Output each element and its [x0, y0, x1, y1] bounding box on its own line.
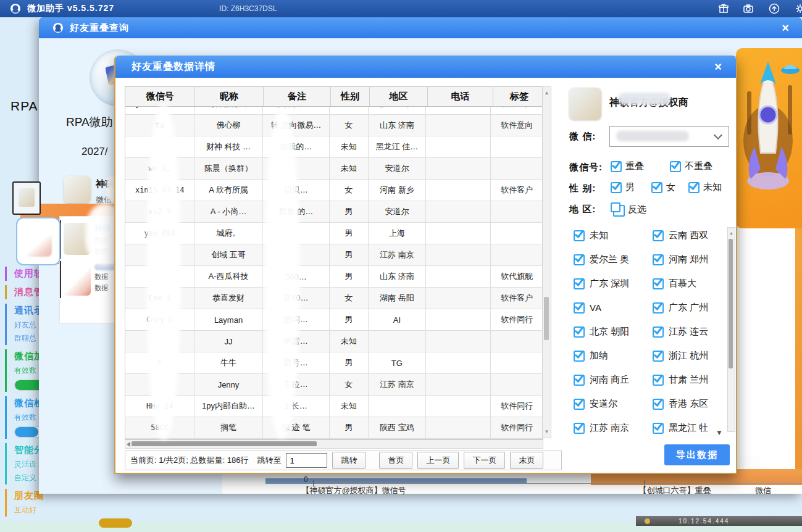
checkbox-icon[interactable] — [653, 423, 664, 434]
checkbox-icon[interactable] — [653, 326, 664, 338]
checkbox-icon[interactable] — [611, 161, 622, 172]
region-checkbox[interactable]: 安道尔 — [574, 392, 653, 416]
region-scroll-thumb[interactable] — [729, 239, 733, 368]
hscroll-thumb[interactable] — [132, 441, 317, 446]
region-checkbox[interactable]: VA — [574, 296, 653, 320]
table-row[interactable]: 财神 科技 …加我的…未知黑龙江 佳… — [125, 136, 543, 158]
table-row[interactable]: 创域 五哥男江苏 南京 — [125, 244, 543, 266]
camera-icon[interactable] — [743, 3, 754, 14]
account-tab-selected[interactable] — [12, 181, 41, 215]
checkbox-icon[interactable] — [653, 375, 664, 386]
scroll-up-icon[interactable]: ▲ — [543, 89, 551, 98]
invert-selection-label[interactable]: 反选 — [628, 204, 646, 215]
checkbox-icon[interactable] — [574, 399, 585, 410]
overlap-detail-titlebar[interactable]: 好友重叠数据详情 × — [115, 56, 736, 78]
table-row[interactable]: JJ的需…未知 — [125, 331, 543, 352]
export-data-button[interactable]: 导出数据 — [664, 444, 730, 465]
region-checkbox[interactable]: 广东 深圳 — [574, 272, 653, 296]
table-row[interactable]: 58CC搁笔惊 迹 笔男陕西 宝鸡软件同行 — [125, 417, 543, 439]
checkbox-icon[interactable] — [574, 326, 585, 338]
table-row[interactable]: A-西瓜科技500…男山东 济南软代旗舰 — [125, 266, 543, 288]
region-checkbox[interactable]: 加纳 — [574, 344, 653, 368]
checkbox-icon[interactable] — [653, 351, 664, 362]
checkbox-icon[interactable] — [670, 161, 681, 172]
vscroll-thumb[interactable] — [544, 297, 549, 340]
col-header-region[interactable]: 地区 — [370, 87, 428, 106]
checkbox-icon[interactable] — [574, 278, 585, 289]
checkbox-icon[interactable] — [653, 254, 664, 265]
checkbox-icon[interactable] — [653, 399, 664, 410]
region-checkbox[interactable]: 香港 东区 — [653, 392, 732, 416]
table-row[interactable]: xin15 43 14A 欣有所属贝贝…女河南 新乡软件客户 — [125, 180, 543, 201]
jump-page-input[interactable] — [286, 453, 327, 468]
table-vscrollbar[interactable]: ▲ ▼ — [542, 86, 551, 438]
settings-gear-icon[interactable] — [795, 3, 802, 14]
last-page-button[interactable]: 末页 — [510, 452, 543, 469]
region-checkbox[interactable]: 江苏 连云 — [653, 320, 732, 344]
table-row[interactable]: yan 084城府。男上海 — [125, 223, 543, 244]
checkbox-icon[interactable] — [688, 182, 700, 193]
table-row[interactable]: Jenny车位…女江苏 南京 — [125, 374, 543, 396]
region-checkbox[interactable]: 广东 广州 — [653, 296, 732, 320]
col-header-tag[interactable]: 标签 — [493, 87, 545, 106]
region-checkbox[interactable]: 爱尔兰 奥 — [574, 247, 653, 272]
region-checkbox[interactable]: 浙江 杭州 — [653, 344, 732, 368]
checkbox-icon[interactable] — [574, 375, 585, 386]
col-header-phone[interactable]: 电话 — [428, 87, 493, 106]
prev-page-button[interactable]: 上一页 — [417, 452, 459, 469]
jump-button[interactable]: 跳转 — [332, 452, 365, 469]
checkbox-icon[interactable] — [611, 182, 622, 193]
col-header-note[interactable]: 备注 — [264, 87, 331, 106]
scroll-left-icon[interactable] — [127, 442, 130, 447]
overlap-detail-close-icon[interactable]: × — [709, 60, 727, 74]
col-header-wxid[interactable]: 微信号 — [125, 87, 195, 106]
table-row[interactable]: wj···········海悍服务 宋软件设置…男陕西 西安软件客户 — [125, 107, 543, 115]
gift-icon[interactable] — [718, 3, 729, 14]
checkbox-icon[interactable] — [574, 302, 585, 314]
col-header-nick[interactable]: 昵称 — [195, 87, 264, 106]
invert-selection-icon[interactable] — [613, 205, 625, 217]
overlap-checkbox[interactable]: 重叠 — [611, 160, 644, 172]
table-row[interactable]: ta佛心柳转 意向微易…女山东 济南软件意向 — [125, 115, 543, 136]
region-checkbox[interactable]: 河南 郑州 — [653, 247, 732, 272]
wechat-select[interactable] — [609, 126, 729, 147]
checkbox-icon[interactable] — [574, 254, 585, 265]
table-row[interactable]: HHy 141py内部自助…1 长…未知软件同行 — [125, 396, 543, 417]
scroll-down-icon[interactable]: ▼ — [543, 428, 551, 436]
overlap-query-close-icon[interactable]: × — [776, 21, 795, 35]
checkbox-icon[interactable] — [574, 230, 585, 241]
region-checkbox[interactable]: 未知 — [574, 223, 653, 247]
table-row[interactable]: Cncy hLayman的问…男AI软件同行 — [125, 309, 543, 331]
region-vscrollbar[interactable]: ▲ — [727, 227, 735, 432]
checkbox-icon[interactable] — [653, 302, 664, 314]
region-checkbox[interactable]: 甘肃 兰州 — [653, 368, 732, 392]
col-header-sex[interactable]: 性别 — [331, 87, 370, 106]
first-page-button[interactable]: 首页 — [379, 452, 412, 469]
overlap-query-titlebar[interactable]: 好友重叠查询 × — [39, 17, 802, 38]
table-row[interactable]: wx 8…陈晨（换群）未知安道尔 — [125, 158, 543, 180]
region-checkbox[interactable]: 北京 朝阳 — [574, 320, 653, 344]
account-list-item[interactable]: 神硕数据数据 — [60, 220, 119, 259]
table-row[interactable]: xs2 3A - 小尚…群加 的…男安道尔 — [125, 201, 543, 223]
checkbox-icon[interactable] — [653, 230, 664, 241]
unknown-checkbox[interactable]: 未知 — [688, 181, 722, 193]
checkbox-icon[interactable] — [651, 182, 662, 193]
region-more-arrow-icon[interactable]: ▼ — [716, 428, 723, 437]
account-list-item[interactable]: 数据数据 — [60, 261, 119, 298]
region-checkbox[interactable]: 江苏 南京 — [574, 416, 653, 440]
region-checkbox[interactable]: 云南 西双 — [653, 223, 732, 247]
checkbox-icon[interactable] — [574, 423, 585, 434]
scroll-up-icon[interactable]: ▲ — [728, 229, 735, 238]
non-overlap-checkbox[interactable]: 不重叠 — [670, 160, 712, 172]
region-checkbox[interactable]: 河南 商丘 — [574, 368, 653, 392]
female-checkbox[interactable]: 女 — [651, 181, 675, 193]
table-hscrollbar[interactable] — [125, 439, 543, 449]
next-page-button[interactable]: 下一页 — [464, 452, 505, 469]
upload-icon[interactable] — [769, 3, 780, 14]
region-checkbox[interactable]: 百慕大 — [653, 272, 732, 296]
male-checkbox[interactable]: 男 — [611, 181, 635, 193]
checkbox-icon[interactable] — [653, 278, 664, 289]
table-row[interactable]: Che 1恭喜发财君40…女湖南 岳阳软件客户 — [125, 288, 543, 309]
gold-button[interactable] — [99, 518, 132, 528]
table-row[interactable]: F牛牛群号…男TG — [125, 352, 543, 374]
